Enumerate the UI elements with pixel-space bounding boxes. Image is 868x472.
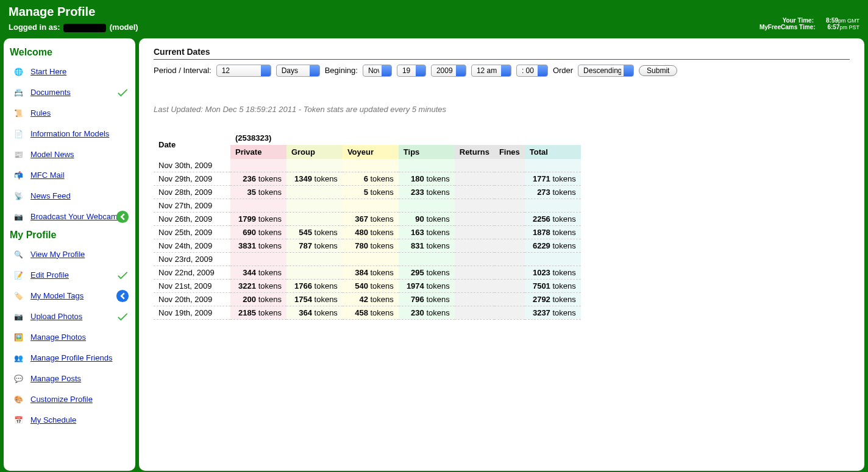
arrow-left-icon <box>116 289 129 303</box>
mfc-time-tz: pm PST <box>839 24 859 30</box>
cell-group <box>286 185 343 199</box>
sidebar-link[interactable]: Broadcast Your Webcam! <box>30 212 119 222</box>
sidebar-item-profile-1[interactable]: 📝Edit Profile <box>10 267 129 283</box>
cell-tips: 1974 tokens <box>399 279 455 292</box>
cell-private: 344 tokens <box>230 266 286 279</box>
sidebar-item-welcome-5[interactable]: 📬MFC Mail <box>10 167 129 183</box>
rules-icon: 📜 <box>10 106 27 121</box>
token-table: Date (2538323) PrivateGroupVoyeurTipsRet… <box>154 131 581 320</box>
hour-select[interactable]: 12 am <box>471 65 511 77</box>
photo-icon: 🖼️ <box>10 330 27 345</box>
cell-private: 1799 tokens <box>230 212 286 225</box>
cell-returns <box>455 239 494 252</box>
cell-group: 364 tokens <box>286 306 343 319</box>
sidebar-item-welcome-4[interactable]: 📰Model News <box>10 147 129 163</box>
mfc-time-label: MyFreeCams Time: <box>760 24 816 30</box>
cell-tips: 180 tokens <box>399 172 455 185</box>
sidebar-item-welcome-3[interactable]: 📄Information for Models <box>10 126 129 142</box>
cell-date: Nov 28th, 2009 <box>154 185 230 199</box>
cell-total: 6229 tokens <box>525 239 581 252</box>
sidebar-item-profile-2[interactable]: 🏷️My Model Tags <box>10 288 129 304</box>
cell-tips <box>399 159 455 172</box>
month-select[interactable]: Nov <box>363 65 392 77</box>
table-row: Nov 20th, 2009200 tokens1754 tokens42 to… <box>154 292 581 306</box>
sidebar-link[interactable]: View My Profile <box>30 250 85 259</box>
cell-private <box>230 252 286 266</box>
cell-private: 2185 tokens <box>230 306 286 319</box>
cell-group: 1766 tokens <box>286 279 343 292</box>
sidebar-link[interactable]: MFC Mail <box>30 171 65 180</box>
period-select[interactable]: 12 <box>216 65 271 77</box>
table-row: Nov 19th, 20092185 tokens364 tokens458 t… <box>154 306 581 319</box>
sidebar-link[interactable]: Edit Profile <box>30 270 69 280</box>
documents-icon: 📇 <box>10 85 27 100</box>
sidebar-link[interactable]: Rules <box>30 108 51 118</box>
check-icon <box>116 269 129 282</box>
table-row: Nov 25th, 2009690 tokens545 tokens480 to… <box>154 225 581 239</box>
cell-date: Nov 25th, 2009 <box>154 225 230 239</box>
day-select[interactable]: 19 <box>397 65 426 77</box>
sidebar-link[interactable]: Documents <box>30 88 71 97</box>
submit-button[interactable]: Submit <box>639 65 677 76</box>
my-profile-heading: My Profile <box>10 230 129 241</box>
cell-returns <box>455 225 494 239</box>
sidebar-item-welcome-2[interactable]: 📜Rules <box>10 105 129 121</box>
role-suffix: (model) <box>110 23 138 32</box>
cell-fines <box>494 239 525 252</box>
table-row: Nov 24th, 20093831 tokens787 tokens780 t… <box>154 239 581 252</box>
palette-icon: 🎨 <box>10 392 27 407</box>
sidebar-item-welcome-0[interactable]: 🌐Start Here <box>10 64 129 80</box>
unit-select[interactable]: Days <box>276 65 320 77</box>
sidebar-link[interactable]: Model News <box>30 150 74 160</box>
sidebar-link[interactable]: News Feed <box>30 191 71 201</box>
sidebar-item-profile-6[interactable]: 💬Manage Posts <box>10 371 129 387</box>
sidebar-item-profile-8[interactable]: 📅My Schedule <box>10 412 129 428</box>
camera-icon: 📷 <box>10 309 27 324</box>
sidebar-link[interactable]: Customize Profile <box>30 395 93 404</box>
sidebar-item-profile-3[interactable]: 📷Upload Photos <box>10 309 129 325</box>
cell-fines <box>494 199 525 212</box>
cell-private: 690 tokens <box>230 225 286 239</box>
col-header-tips: Tips <box>399 145 455 159</box>
cell-returns <box>455 185 494 199</box>
cell-tips: 90 tokens <box>399 212 455 225</box>
minute-select[interactable]: : 00 <box>516 65 548 77</box>
cell-voyeur <box>343 252 399 266</box>
feed-icon: 📡 <box>10 189 27 203</box>
sidebar-item-profile-0[interactable]: 🔍View My Profile <box>10 247 129 262</box>
sidebar-item-profile-7[interactable]: 🎨Customize Profile <box>10 392 129 407</box>
sidebar-item-welcome-7[interactable]: 📷Broadcast Your Webcam! <box>10 209 129 225</box>
cell-fines <box>494 172 525 185</box>
sidebar-link[interactable]: Manage Profile Friends <box>30 353 112 363</box>
edit-icon: 📝 <box>10 268 27 283</box>
cell-total: 3237 tokens <box>525 306 581 319</box>
your-time-tz: pm GMT <box>838 18 859 24</box>
arrow-left-icon <box>116 210 129 224</box>
order-select[interactable]: Descending <box>578 65 634 77</box>
sidebar-link[interactable]: Manage Photos <box>30 333 86 342</box>
sidebar-link[interactable]: Manage Posts <box>30 374 81 384</box>
sidebar-item-profile-5[interactable]: 👥Manage Profile Friends <box>10 350 129 366</box>
mail-icon: 📬 <box>10 168 27 183</box>
sidebar-link[interactable]: My Model Tags <box>30 291 84 301</box>
table-row: Nov 28th, 200935 tokens 5 tokens233 toke… <box>154 185 581 199</box>
cell-tips: 831 tokens <box>399 239 455 252</box>
sidebar-link[interactable]: Start Here <box>30 67 66 77</box>
cell-date: Nov 19th, 2009 <box>154 306 230 319</box>
sidebar-link[interactable]: Upload Photos <box>30 312 82 322</box>
sidebar-link[interactable]: Information for Models <box>30 129 109 139</box>
table-row: Nov 26th, 20091799 tokens 367 tokens90 t… <box>154 212 581 225</box>
sidebar-link[interactable]: My Schedule <box>30 415 76 425</box>
cell-voyeur: 780 tokens <box>343 239 399 252</box>
check-icon <box>116 86 129 99</box>
cell-group: 787 tokens <box>286 239 343 252</box>
sidebar-item-welcome-6[interactable]: 📡News Feed <box>10 188 129 204</box>
period-label: Period / Interval: <box>154 66 212 75</box>
sidebar-item-welcome-1[interactable]: 📇Documents <box>10 85 129 100</box>
cell-returns <box>455 212 494 225</box>
account-id: (2538323) <box>230 131 581 145</box>
sidebar: Welcome 🌐Start Here📇Documents📜Rules📄Info… <box>4 38 135 471</box>
welcome-heading: Welcome <box>10 47 129 58</box>
sidebar-item-profile-4[interactable]: 🖼️Manage Photos <box>10 329 129 345</box>
year-select[interactable]: 2009 <box>431 65 466 77</box>
